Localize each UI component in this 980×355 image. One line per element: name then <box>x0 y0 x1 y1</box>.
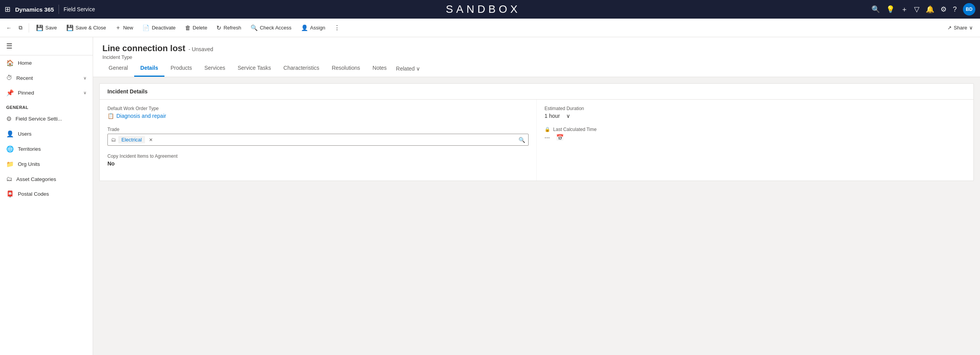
share-button[interactable]: ↗ Share ∨ <box>944 22 977 33</box>
estimated-duration-label: Estimated Duration <box>544 106 966 111</box>
sidebar-item-org-units[interactable]: 📁 Org Units <box>0 157 93 172</box>
gear-icon[interactable]: ⚙ <box>940 5 947 14</box>
top-navigation: ⊞ Dynamics 365 Field Service SANDBOX 🔍 💡… <box>0 0 980 19</box>
sidebar-item-postal-codes[interactable]: 📮 Postal Codes <box>0 186 93 202</box>
tab-notes[interactable]: Notes <box>366 60 393 77</box>
apps-grid-icon[interactable]: ⊞ <box>5 5 10 14</box>
sidebar-section-general: General <box>0 100 93 111</box>
sidebar-item-asset-categories[interactable]: 🗂 Asset Categories <box>0 172 93 186</box>
more-options-button[interactable]: ⋮ <box>331 22 343 34</box>
lock-icon: 🔒 <box>544 127 550 132</box>
delete-button[interactable]: 🗑 Delete <box>181 22 211 33</box>
search-icon[interactable]: 🔍 <box>871 5 880 14</box>
tab-resolutions[interactable]: Resolutions <box>325 60 366 77</box>
sidebar-territories-label: Territories <box>18 146 86 152</box>
lightbulb-icon[interactable]: 💡 <box>886 5 895 14</box>
duration-chevron-icon[interactable]: ∨ <box>566 113 570 119</box>
brand-logo: Dynamics 365 <box>15 6 54 13</box>
sidebar-item-territories[interactable]: 🌐 Territories <box>0 141 93 157</box>
sidebar-item-recent[interactable]: ⏱ Recent ∨ <box>0 71 93 85</box>
pinned-chevron-icon: ∨ <box>83 90 86 95</box>
deactivate-button[interactable]: 📄 Deactivate <box>138 22 179 34</box>
trade-chip: Electrical <box>118 136 145 143</box>
calendar-icon[interactable]: 📅 <box>556 134 564 141</box>
record-unsaved-badge: - Unsaved <box>188 46 213 52</box>
tab-bar: General Details Products Services Servic… <box>93 60 980 77</box>
sidebar-users-label: Users <box>18 131 86 137</box>
last-calculated-time-row: 🔒 Last Calculated Time --- 📅 <box>544 127 966 141</box>
share-label: Share <box>954 25 967 31</box>
sidebar-item-pinned[interactable]: 📌 Pinned ∨ <box>0 85 93 100</box>
default-work-order-type-label: Default Work Order Type <box>107 106 529 111</box>
tab-details[interactable]: Details <box>134 60 164 77</box>
save-label: Save <box>45 25 57 31</box>
assign-button[interactable]: 👤 Assign <box>297 22 329 34</box>
avatar[interactable]: BD <box>963 3 975 16</box>
sandbox-label: SANDBOX <box>100 3 867 16</box>
form-left-col: Default Work Order Type 📋 Diagnosis and … <box>100 100 536 181</box>
bell-icon[interactable]: 🔔 <box>926 5 934 14</box>
cmd-separator-1 <box>29 23 29 33</box>
assign-icon: 👤 <box>301 24 308 31</box>
save-close-icon: 💾 <box>66 24 74 31</box>
tab-related[interactable]: Related ∨ <box>393 61 423 76</box>
plus-icon[interactable]: ＋ <box>901 5 908 14</box>
record-subtitle: Incident Type <box>102 54 971 60</box>
default-work-order-type-row: Default Work Order Type 📋 Diagnosis and … <box>107 106 529 119</box>
refresh-button[interactable]: ↻ Refresh <box>213 22 245 34</box>
work-order-type-text: Diagnosis and repair <box>116 113 166 119</box>
incident-details-title: Incident Details <box>100 84 973 100</box>
sidebar-item-users[interactable]: 👤 Users <box>0 126 93 141</box>
trade-row: Trade 🗂 Electrical ✕ 🔍 <box>107 127 529 146</box>
sidebar-item-home[interactable]: 🏠 Home <box>0 55 93 71</box>
back-button[interactable]: ← <box>3 22 15 33</box>
check-access-button[interactable]: 🔍 Check Access <box>247 22 296 34</box>
trade-clear-button[interactable]: ✕ <box>149 137 153 143</box>
sidebar-recent-label: Recent <box>16 75 80 81</box>
related-chevron-icon: ∨ <box>416 65 420 72</box>
sidebar-pinned-label: Pinned <box>18 90 80 96</box>
default-work-order-type-value[interactable]: 📋 Diagnosis and repair <box>107 113 529 119</box>
delete-label: Delete <box>193 25 207 31</box>
save-close-button[interactable]: 💾 Save & Close <box>62 22 110 34</box>
tab-products[interactable]: Products <box>164 60 198 77</box>
refresh-icon: ↻ <box>216 24 221 31</box>
hamburger-button[interactable]: ☰ <box>0 37 93 55</box>
save-button[interactable]: 💾 Save <box>32 22 61 34</box>
trade-search-icon[interactable]: 🔍 <box>519 137 525 143</box>
asset-categories-icon: 🗂 <box>6 176 12 183</box>
tab-general[interactable]: General <box>102 60 134 77</box>
org-units-icon: 📁 <box>6 160 14 168</box>
form-body: Default Work Order Type 📋 Diagnosis and … <box>100 100 973 181</box>
sidebar-asset-categories-label: Asset Categories <box>16 176 86 182</box>
copy-incident-label: Copy Incident Items to Agreement <box>107 153 529 159</box>
check-access-icon: 🔍 <box>251 24 258 31</box>
popout-button[interactable]: ⧉ <box>16 22 26 33</box>
sidebar-field-service-label: Field Service Setti... <box>16 116 86 122</box>
new-button[interactable]: ＋ New <box>111 22 137 34</box>
record-header: Line connection lost - Unsaved Incident … <box>93 37 980 60</box>
record-title: Line connection lost <box>102 43 185 53</box>
save-icon: 💾 <box>36 24 43 31</box>
recent-icon: ⏱ <box>6 74 12 81</box>
module-name: Field Service <box>64 6 95 12</box>
refresh-label: Refresh <box>223 25 241 31</box>
help-icon[interactable]: ? <box>953 5 957 14</box>
filter-icon[interactable]: ▽ <box>914 5 920 14</box>
sidebar: ☰ 🏠 Home ⏱ Recent ∨ 📌 Pinned ∨ General ⚙… <box>0 37 93 355</box>
record-title-row: Line connection lost - Unsaved <box>102 43 971 53</box>
tab-characteristics[interactable]: Characteristics <box>277 60 326 77</box>
assign-label: Assign <box>310 25 325 31</box>
tab-service-tasks[interactable]: Service Tasks <box>232 60 277 77</box>
trade-input[interactable]: 🗂 Electrical ✕ 🔍 <box>107 134 529 146</box>
tab-services[interactable]: Services <box>198 60 232 77</box>
sidebar-org-units-label: Org Units <box>18 161 86 167</box>
estimated-duration-value: 1 hour <box>544 113 560 119</box>
delete-icon: 🗑 <box>185 24 191 31</box>
trade-chip-value: Electrical <box>121 137 142 143</box>
related-label: Related <box>396 65 415 72</box>
sidebar-item-field-service-settings[interactable]: ⚙ Field Service Setti... <box>0 111 93 126</box>
new-label: New <box>123 25 133 31</box>
content-area: Line connection lost - Unsaved Incident … <box>93 37 980 355</box>
new-icon: ＋ <box>115 24 121 31</box>
